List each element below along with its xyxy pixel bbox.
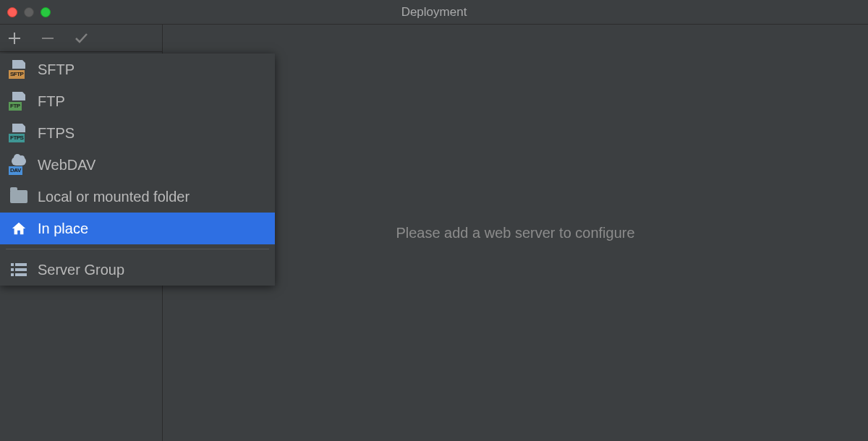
ftps-icon: FTPS bbox=[9, 124, 29, 142]
sidebar-toolbar bbox=[0, 25, 162, 52]
folder-icon bbox=[9, 187, 29, 206]
popup-item-sftp[interactable]: SFTP SFTP bbox=[0, 53, 275, 85]
title-bar: Deployment bbox=[0, 0, 868, 25]
popup-item-local[interactable]: Local or mounted folder bbox=[0, 181, 275, 213]
apply-button[interactable] bbox=[74, 31, 88, 46]
plus-icon bbox=[8, 32, 21, 45]
popup-item-label: FTPS bbox=[38, 125, 75, 142]
home-icon bbox=[9, 219, 29, 238]
add-button[interactable] bbox=[7, 31, 22, 46]
window-close-button[interactable] bbox=[7, 7, 17, 17]
popup-item-in-place[interactable]: In place bbox=[0, 213, 275, 244]
popup-separator bbox=[6, 249, 269, 249]
sftp-icon: SFTP bbox=[9, 60, 29, 79]
server-group-icon bbox=[9, 260, 29, 279]
window-minimize-button[interactable] bbox=[24, 7, 34, 17]
remove-button[interactable] bbox=[41, 31, 55, 46]
window-zoom-button[interactable] bbox=[41, 7, 51, 17]
popup-item-webdav[interactable]: DAV WebDAV bbox=[0, 149, 275, 181]
ftp-icon: FTP bbox=[9, 92, 29, 111]
minus-icon bbox=[41, 32, 54, 45]
popup-item-ftps[interactable]: FTPS FTPS bbox=[0, 117, 275, 149]
popup-item-ftp[interactable]: FTP FTP bbox=[0, 85, 275, 117]
server-type-popup: SFTP SFTP FTP FTP FTPS FTPS DAV WebDAV L… bbox=[0, 53, 275, 286]
popup-item-label: In place bbox=[38, 220, 88, 237]
window-title: Deployment bbox=[0, 5, 868, 20]
popup-item-label: Local or mounted folder bbox=[38, 189, 190, 205]
popup-item-label: FTP bbox=[38, 93, 65, 110]
window-controls bbox=[0, 7, 51, 17]
popup-item-label: SFTP bbox=[38, 61, 75, 78]
popup-item-label: Server Group bbox=[38, 262, 124, 278]
check-icon bbox=[74, 31, 88, 46]
webdav-icon: DAV bbox=[9, 155, 29, 174]
empty-state-text: Please add a web server to configure bbox=[396, 225, 634, 241]
popup-item-server-group[interactable]: Server Group bbox=[0, 254, 275, 286]
popup-item-label: WebDAV bbox=[38, 157, 95, 174]
